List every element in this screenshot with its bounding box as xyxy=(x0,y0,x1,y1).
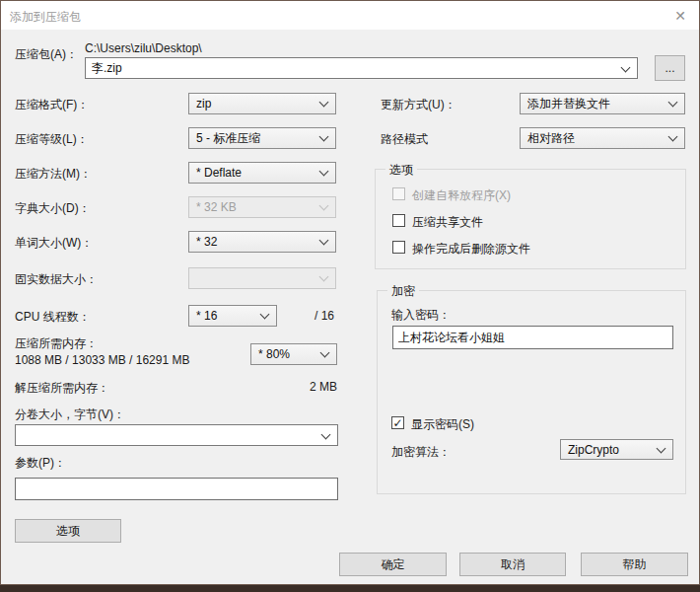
memory-usage-select[interactable]: * 80% xyxy=(250,343,337,365)
archive-name-input[interactable] xyxy=(86,58,615,78)
cpu-threads-select[interactable]: * 16 xyxy=(188,305,277,327)
volume-size-label: 分卷大小，字节(V)： xyxy=(15,407,125,423)
desktop-background: { "window": { "title": "添加到压缩包" }, "icon… xyxy=(0,0,700,592)
options-group-title: 选项 xyxy=(385,162,417,179)
memory-decompress-value: 2 MB xyxy=(247,380,337,394)
checkmark-icon: ✓ xyxy=(392,416,402,430)
encryption-group-title: 加密 xyxy=(387,283,419,300)
word-size-select[interactable]: * 32 xyxy=(188,231,336,253)
chevron-down-icon xyxy=(319,236,329,246)
word-size-value: * 32 xyxy=(196,235,217,249)
level-label: 压缩等级(L)： xyxy=(15,131,89,148)
add-to-archive-dialog: 添加到压缩包 ✕ 压缩包(A)： C:\Users\zilu\Desktop\ … xyxy=(0,0,700,585)
cpu-threads-value: * 16 xyxy=(196,309,217,323)
solid-size-select xyxy=(188,267,336,289)
chevron-down-icon xyxy=(319,132,329,142)
word-size-label: 单词大小(W)： xyxy=(15,235,93,252)
chevron-down-icon xyxy=(320,348,330,358)
title-bar: 添加到压缩包 ✕ xyxy=(1,1,699,30)
close-icon[interactable]: ✕ xyxy=(667,5,693,27)
help-button[interactable]: 帮助 xyxy=(581,553,688,576)
chevron-down-icon xyxy=(668,132,678,142)
chevron-down-icon xyxy=(260,310,270,320)
method-select[interactable]: * Deflate xyxy=(188,162,336,184)
update-mode-label: 更新方式(U)： xyxy=(381,97,456,113)
level-select[interactable]: 5 - 标准压缩 xyxy=(188,127,336,149)
chevron-down-icon xyxy=(319,98,329,108)
memory-compress-detail: 1088 MB / 13033 MB / 16291 MB xyxy=(15,353,189,367)
memory-compress-label: 压缩所需内存： xyxy=(15,335,98,352)
password-input[interactable] xyxy=(392,326,673,349)
delete-after-label[interactable]: 操作完成后删除源文件 xyxy=(412,241,530,258)
archive-label: 压缩包(A)： xyxy=(15,46,78,63)
format-value: zip xyxy=(196,97,211,111)
path-mode-select[interactable]: 相对路径 xyxy=(520,127,685,149)
volume-size-combobox[interactable] xyxy=(15,424,338,446)
update-mode-select[interactable]: 添加并替换文件 xyxy=(520,93,685,114)
level-value: 5 - 标准压缩 xyxy=(196,131,260,145)
update-mode-value: 添加并替换文件 xyxy=(527,97,610,111)
volume-size-input[interactable] xyxy=(16,425,315,445)
solid-size-label: 固实数据大小： xyxy=(15,271,98,288)
format-select[interactable]: zip xyxy=(188,93,336,114)
chevron-down-icon xyxy=(319,167,329,177)
shared-files-label[interactable]: 压缩共享文件 xyxy=(412,214,483,231)
encryption-method-select[interactable]: ZipCrypto xyxy=(560,439,673,460)
memory-decompress-label: 解压缩所需内存： xyxy=(15,380,109,397)
encryption-method-value: ZipCrypto xyxy=(568,443,619,457)
encryption-method-label: 加密算法： xyxy=(391,444,451,461)
cpu-threads-label: CPU 线程数： xyxy=(15,309,91,326)
chevron-down-icon[interactable] xyxy=(621,63,631,73)
password-label: 输入密码： xyxy=(391,307,451,324)
options-button[interactable]: 选项 xyxy=(15,519,121,543)
chevron-down-icon xyxy=(657,444,666,454)
browse-button[interactable]: ... xyxy=(655,55,685,81)
show-password-checkbox[interactable]: ✓ xyxy=(391,416,404,429)
cancel-button[interactable]: 取消 xyxy=(459,553,566,576)
path-mode-value: 相对路径 xyxy=(527,131,575,145)
archive-name-combobox[interactable] xyxy=(85,57,638,79)
dictionary-value: * 32 KB xyxy=(196,200,237,214)
parameters-input[interactable] xyxy=(15,478,338,500)
method-value: * Deflate xyxy=(196,166,242,180)
ok-button[interactable]: 确定 xyxy=(339,553,447,576)
archive-dir-path: C:\Users\zilu\Desktop\ xyxy=(85,41,202,55)
path-mode-label: 路径模式 xyxy=(381,131,428,148)
cpu-threads-max: / 16 xyxy=(315,309,334,323)
dictionary-select: * 32 KB xyxy=(188,196,336,218)
format-label: 压缩格式(F)： xyxy=(15,97,89,113)
window-title: 添加到压缩包 xyxy=(10,9,81,26)
method-label: 压缩方法(M)： xyxy=(15,166,92,183)
shared-files-checkbox[interactable] xyxy=(392,214,405,227)
memory-usage-value: * 80% xyxy=(258,347,290,361)
show-password-label[interactable]: 显示密码(S) xyxy=(411,416,474,433)
chevron-down-icon xyxy=(668,98,678,108)
delete-after-checkbox[interactable] xyxy=(392,241,405,254)
chevron-down-icon[interactable] xyxy=(321,430,331,440)
chevron-down-icon xyxy=(319,201,329,211)
chevron-down-icon xyxy=(319,272,329,282)
dictionary-label: 字典大小(D)： xyxy=(15,200,91,217)
create-sfx-label: 创建自释放程序(X) xyxy=(412,187,511,204)
parameters-label: 参数(P)： xyxy=(15,455,66,472)
create-sfx-checkbox xyxy=(392,187,405,200)
